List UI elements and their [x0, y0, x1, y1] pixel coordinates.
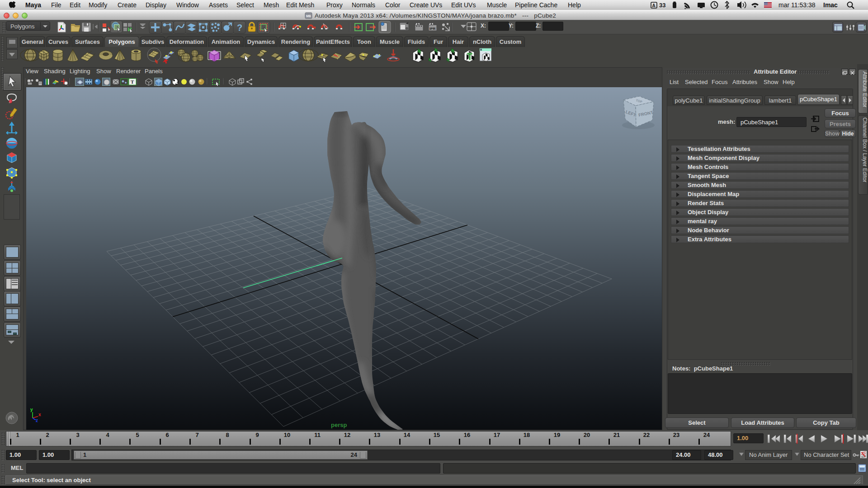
svg-text:mar 11:53:38: mar 11:53:38	[778, 1, 816, 9]
svg-text:MB: MB	[306, 14, 311, 18]
svg-text:z: z	[36, 418, 38, 423]
svg-text:IPR: IPR	[429, 27, 436, 31]
svg-text:T: T	[131, 79, 134, 84]
svg-text:persp: persp	[331, 422, 347, 428]
svg-text:A: A	[652, 3, 656, 8]
svg-text:?: ?	[237, 23, 242, 33]
svg-text:y: y	[30, 407, 33, 412]
svg-text:Imac: Imac	[823, 1, 838, 9]
svg-text:x: x	[38, 412, 41, 417]
svg-text:33: 33	[659, 2, 665, 9]
